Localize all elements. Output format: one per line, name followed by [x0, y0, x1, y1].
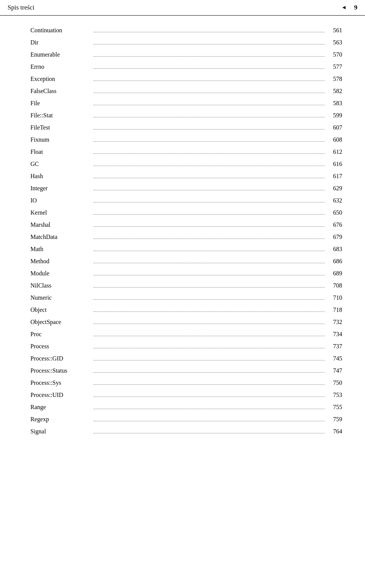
toc-label: Process [30, 343, 91, 350]
toc-page: 718 [327, 307, 342, 313]
toc-page: 676 [327, 221, 342, 228]
toc-entry: Kernel650 [30, 209, 342, 221]
toc-entry: Proc734 [30, 331, 342, 342]
toc-label: Process::UID [30, 392, 91, 398]
toc-label: Dir [30, 39, 91, 46]
toc-entry: File::Stat599 [30, 112, 342, 123]
toc-entry: GC616 [30, 161, 342, 172]
toc-page: 745 [327, 355, 342, 362]
toc-label: Object [30, 307, 91, 313]
toc-page: 759 [327, 416, 342, 423]
toc-entry: Object718 [30, 307, 342, 318]
toc-entry: Signal764 [30, 428, 342, 439]
toc-entry: Errno577 [30, 63, 342, 75]
toc-entry: Exception578 [30, 76, 342, 87]
toc-page: 737 [327, 343, 342, 350]
toc-page: 583 [327, 100, 342, 107]
toc-dots [94, 287, 325, 288]
toc-dots [94, 153, 325, 154]
toc-page: 679 [327, 234, 342, 240]
toc-dots [94, 129, 325, 130]
toc-entry: Integer629 [30, 185, 342, 196]
toc-entry: Numeric710 [30, 294, 342, 306]
toc-dots [94, 397, 325, 397]
navigation-arrow-icon: ◄ [341, 5, 347, 11]
toc-page: 650 [327, 209, 342, 216]
toc-label: Process::GID [30, 355, 91, 362]
toc-entry: Process::GID745 [30, 355, 342, 367]
toc-dots [94, 324, 325, 324]
toc-label: Process::Sys [30, 379, 91, 386]
toc-page: 599 [327, 112, 342, 119]
toc-entry: Float612 [30, 149, 342, 160]
toc-dots [94, 44, 325, 44]
toc-label: Kernel [30, 209, 91, 216]
toc-entry: File583 [30, 100, 342, 111]
toc-page: 582 [327, 88, 342, 95]
toc-label: Integer [30, 185, 91, 192]
toc-page: 612 [327, 149, 342, 155]
toc-dots [94, 251, 325, 251]
toc-page: 577 [327, 63, 342, 70]
toc-dots [94, 178, 325, 178]
toc-page: 686 [327, 258, 342, 265]
toc-page: 608 [327, 136, 342, 143]
toc-dots [94, 105, 325, 105]
toc-page: 708 [327, 282, 342, 289]
toc-page: 578 [327, 76, 342, 82]
toc-label: Method [30, 258, 91, 265]
toc-page: 561 [327, 27, 342, 34]
toc-entry: Process737 [30, 343, 342, 354]
toc-label: Regexp [30, 416, 91, 423]
toc-page: 617 [327, 173, 342, 180]
toc-dots [94, 409, 325, 409]
toc-dots [94, 263, 325, 263]
header-right: ◄ 9 [341, 4, 357, 11]
toc-entry: Dir563 [30, 39, 342, 51]
toc-entry: Math683 [30, 246, 342, 257]
toc-dots [94, 348, 325, 348]
toc-dots [94, 56, 325, 57]
toc-page: 683 [327, 246, 342, 253]
toc-label: Float [30, 149, 91, 155]
toc-label: Enumerable [30, 51, 91, 58]
toc-page: 755 [327, 404, 342, 411]
toc-label: MatchData [30, 234, 91, 240]
toc-entry: IO632 [30, 197, 342, 209]
toc-page: 734 [327, 331, 342, 338]
toc-page: 764 [327, 428, 342, 435]
toc-entry: Marshal676 [30, 221, 342, 233]
toc-entry: Process::UID753 [30, 392, 342, 403]
toc-entry: Module689 [30, 270, 342, 281]
toc-entry: NilClass708 [30, 282, 342, 294]
toc-dots [94, 336, 325, 336]
toc-label: Hash [30, 173, 91, 180]
toc-dots [94, 421, 325, 421]
toc-entry: FalseClass582 [30, 88, 342, 99]
toc-entry: Enumerable570 [30, 51, 342, 63]
toc-dots [94, 433, 325, 433]
toc-entry: ObjectSpace732 [30, 319, 342, 330]
toc-dots [94, 360, 325, 360]
toc-dots [94, 275, 325, 275]
toc-page: 732 [327, 319, 342, 326]
toc-label: FileTest [30, 124, 91, 131]
toc-dots [94, 202, 325, 202]
toc-label: ObjectSpace [30, 319, 91, 326]
toc-page: 629 [327, 185, 342, 192]
toc-label: Process::Status [30, 367, 91, 374]
page-number: 9 [354, 4, 358, 11]
toc-page: 753 [327, 392, 342, 398]
toc-dots [94, 81, 325, 81]
toc-dots [94, 117, 325, 117]
toc-dots [94, 190, 325, 190]
toc-entry: Process::Sys750 [30, 379, 342, 391]
toc-label: Signal [30, 428, 91, 435]
toc-page: 563 [327, 39, 342, 46]
toc-page: 632 [327, 197, 342, 204]
toc-label: File [30, 100, 91, 107]
toc-dots [94, 372, 325, 373]
toc-container: Continuation561Dir563Enumerable570Errno5… [0, 19, 365, 448]
toc-entry: Process::Status747 [30, 367, 342, 379]
toc-label: Range [30, 404, 91, 411]
